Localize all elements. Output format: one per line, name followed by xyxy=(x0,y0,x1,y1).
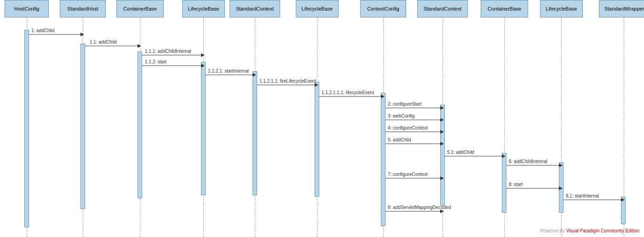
svg-text:6: addChildInternal: 6: addChildInternal xyxy=(509,159,547,164)
svg-text:5.1: addChild: 5.1: addChild xyxy=(447,150,474,155)
svg-text:5: addChild: 5: addChild xyxy=(388,137,411,142)
svg-text:1.1.2: start: 1.1.2: start xyxy=(145,59,167,64)
activation-standardcontext1 xyxy=(253,71,257,195)
activation-lifecyclebase2 xyxy=(315,82,319,197)
svg-text:4: configureContext: 4: configureContext xyxy=(388,125,428,130)
activation-containerbase2 xyxy=(502,153,506,213)
svg-text:1.1.2.1.1.1: lifecycleEvent: 1.1.2.1.1.1: lifecycleEvent xyxy=(322,90,374,95)
lifeline-containerbase2: ContainerBase xyxy=(481,0,528,17)
svg-text:1.1.2.1: startInternal: 1.1.2.1: startInternal xyxy=(208,68,249,73)
svg-text:1.1: addChild: 1.1: addChild xyxy=(90,40,117,45)
svg-marker-49 xyxy=(440,209,444,213)
activation-lifecyclebase3 xyxy=(559,162,564,213)
lifeline-lifecyclebase2: LifecycleBase xyxy=(296,0,339,17)
arrows-svg: 1: addChild 1.1: addChild 1.1.1: addChil… xyxy=(0,0,644,237)
lifeline-standardcontext1: StandardContext xyxy=(230,0,280,17)
svg-marker-7 xyxy=(201,53,205,57)
lifeline-lifecyclebase3: LifecycleBase xyxy=(540,0,583,17)
lifeline-contextconfig: ContextConfig xyxy=(360,0,406,17)
lifeline-standardwrapper: StandardWrapper xyxy=(599,0,644,17)
activation-lifecyclebase1 xyxy=(201,62,206,195)
sequence-diagram: HostConfig StandardHost ContainerBase Li… xyxy=(0,0,644,237)
watermark-brand: Visual Paradigm Community Edition xyxy=(566,228,639,233)
svg-marker-4 xyxy=(138,44,141,48)
lifeline-standardhost: StandardHost xyxy=(60,0,106,17)
activation-containerbase1 xyxy=(138,51,142,198)
svg-text:1: addChild: 1: addChild xyxy=(31,28,55,33)
activation-hostconfig xyxy=(24,30,29,227)
activation-standardhost xyxy=(80,44,85,209)
activation-standardcontext2 xyxy=(440,105,445,206)
activation-standardwrapper xyxy=(621,197,626,224)
watermark: Powered By Visual Paradigm Community Edi… xyxy=(540,228,639,233)
svg-text:3: webConfig: 3: webConfig xyxy=(388,113,414,118)
svg-text:1.1.1: addChildInternal: 1.1.1: addChildInternal xyxy=(145,49,191,54)
lifeline-hostconfig: HostConfig xyxy=(5,0,49,17)
svg-marker-1 xyxy=(80,33,84,36)
activation-contextconfig xyxy=(381,93,385,226)
svg-text:8.1: startInternal: 8.1: startInternal xyxy=(566,193,599,198)
lifeline-lifecyclebase1: LifecycleBase xyxy=(182,0,225,17)
svg-text:7: configureContext: 7: configureContext xyxy=(388,172,428,177)
lifeline-containerbase1: ContainerBase xyxy=(116,0,164,17)
lifeline-standardcontext2: StandardContext xyxy=(417,0,468,17)
svg-text:1.1.2.1.1: fireLifecycleEvent: 1.1.2.1.1: fireLifecycleEvent xyxy=(259,79,316,84)
svg-text:8: start: 8: start xyxy=(509,182,523,187)
watermark-text: Powered By xyxy=(540,228,566,233)
svg-text:2: configureStart: 2: configureStart xyxy=(388,102,422,107)
